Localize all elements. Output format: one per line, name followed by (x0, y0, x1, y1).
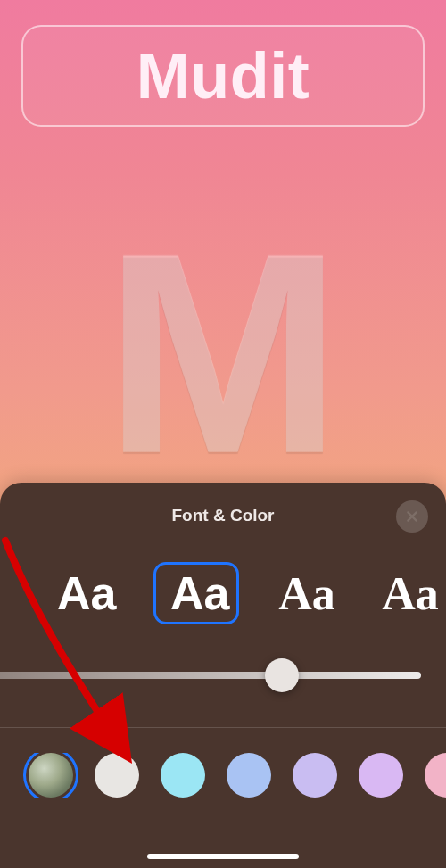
slider-thumb[interactable] (265, 658, 299, 692)
color-swatch-gradient[interactable] (29, 753, 73, 798)
close-button[interactable] (396, 500, 428, 533)
monogram-letter: M (0, 211, 446, 496)
color-swatch-lilac[interactable] (359, 753, 403, 798)
color-swatch-sky[interactable] (161, 753, 205, 798)
font-option-2[interactable]: Aa (271, 566, 343, 622)
name-textfield[interactable]: Mudit (21, 25, 425, 127)
font-option-3[interactable]: Aa (375, 566, 446, 622)
name-value: Mudit (136, 39, 310, 112)
sheet-title: Font & Color (171, 506, 274, 525)
divider (0, 727, 446, 728)
font-weight-slider[interactable] (0, 656, 421, 695)
sheet-header: Font & Color (0, 483, 446, 549)
color-picker[interactable] (0, 753, 446, 798)
font-option-0[interactable]: Aa (50, 565, 121, 622)
color-swatch-white[interactable] (95, 753, 139, 798)
close-icon (405, 509, 419, 524)
contact-poster-editor: Mudit M Font & Color AaAaAaAa (0, 0, 446, 868)
font-picker[interactable]: AaAaAaAa (0, 554, 446, 632)
slider-track (0, 672, 421, 679)
font-option-1[interactable]: Aa (153, 562, 239, 624)
home-indicator (147, 854, 299, 859)
color-swatch-periwinkle[interactable] (227, 753, 271, 798)
color-swatch-lavender[interactable] (293, 753, 337, 798)
color-swatch-pink[interactable] (425, 753, 446, 798)
font-and-color-sheet: Font & Color AaAaAaAa (0, 483, 446, 868)
